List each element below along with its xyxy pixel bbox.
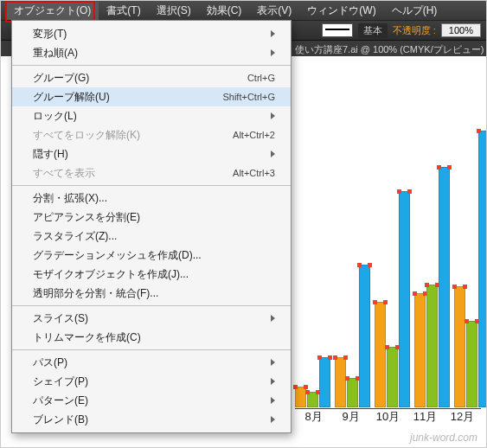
document-tab[interactable]: 使い方講座7.ai @ 100% (CMYK/プレビュー) bbox=[295, 43, 484, 56]
bar[interactable] bbox=[319, 357, 330, 407]
menu-view[interactable]: 表示(V) bbox=[249, 2, 299, 20]
chart[interactable] bbox=[295, 117, 481, 407]
axis-label: 8月 bbox=[295, 409, 332, 428]
axis-label: 10月 bbox=[369, 409, 407, 428]
bar[interactable] bbox=[454, 286, 465, 407]
mi-lock[interactable]: ロック(L) bbox=[12, 106, 291, 125]
axis-label: 11月 bbox=[407, 409, 444, 428]
bar[interactable] bbox=[335, 357, 346, 407]
app-window: オブジェクト(O) 書式(T) 選択(S) 効果(C) 表示(V) ウィンドウ(… bbox=[0, 0, 487, 448]
mi-shape[interactable]: シェイプ(P) bbox=[12, 372, 291, 391]
bar[interactable] bbox=[307, 392, 318, 407]
menu-object[interactable]: オブジェクト(O) bbox=[6, 2, 99, 20]
watermark: junk-word.com bbox=[410, 432, 477, 444]
bar[interactable] bbox=[375, 302, 386, 407]
mi-unlock-all: すべてをロック解除(K)Alt+Ctrl+2 bbox=[12, 125, 291, 144]
stroke-preview[interactable] bbox=[322, 23, 353, 37]
menu-help[interactable]: ヘルプ(H) bbox=[384, 2, 445, 20]
bar[interactable] bbox=[478, 131, 487, 407]
mi-transform[interactable]: 変形(T) bbox=[12, 24, 291, 43]
mi-trim-marks[interactable]: トリムマークを作成(C) bbox=[12, 328, 291, 347]
bar[interactable] bbox=[347, 378, 358, 407]
axis-label: 9月 bbox=[332, 409, 369, 428]
opacity-label: 不透明度 : bbox=[393, 24, 436, 37]
opacity-value[interactable]: 100% bbox=[441, 23, 481, 37]
object-menu: 変形(T) 重ね順(A) グループ(G)Ctrl+G グループ解除(U)Shif… bbox=[11, 20, 292, 433]
bar[interactable] bbox=[466, 321, 477, 407]
mi-arrange[interactable]: 重ね順(A) bbox=[12, 43, 291, 62]
bar[interactable] bbox=[414, 293, 426, 407]
mi-mosaic[interactable]: モザイクオブジェクトを作成(J)... bbox=[12, 265, 291, 284]
mi-gradient-mesh[interactable]: グラデーションメッシュを作成(D)... bbox=[12, 246, 291, 265]
bar[interactable] bbox=[439, 167, 450, 407]
mi-slice[interactable]: スライス(S) bbox=[12, 309, 291, 328]
chart-bars bbox=[295, 117, 481, 407]
bar[interactable] bbox=[399, 191, 410, 407]
mi-rasterize[interactable]: ラスタライズ(Z)... bbox=[12, 227, 291, 246]
axis-label: 12月 bbox=[444, 409, 481, 428]
mi-flatten[interactable]: 透明部分を分割・統合(F)... bbox=[12, 284, 291, 303]
menu-select[interactable]: 選択(S) bbox=[149, 2, 199, 20]
mi-pattern[interactable]: パターン(E) bbox=[12, 391, 291, 410]
mi-show-all: すべてを表示Alt+Ctrl+3 bbox=[12, 163, 291, 182]
bar[interactable] bbox=[387, 347, 398, 407]
menu-window[interactable]: ウィンドウ(W) bbox=[299, 2, 383, 20]
mi-group[interactable]: グループ(G)Ctrl+G bbox=[12, 68, 291, 87]
mi-expand-appearance[interactable]: アピアランスを分割(E) bbox=[12, 208, 291, 227]
bar[interactable] bbox=[359, 265, 370, 407]
mi-blend[interactable]: ブレンド(B) bbox=[12, 410, 291, 429]
chart-axis-labels: 8月 9月 10月 11月 12月 bbox=[295, 409, 481, 428]
mi-expand[interactable]: 分割・拡張(X)... bbox=[12, 189, 291, 208]
mi-hide[interactable]: 隠す(H) bbox=[12, 144, 291, 163]
mi-ungroup[interactable]: グループ解除(U)Shift+Ctrl+G bbox=[12, 87, 291, 106]
mi-path[interactable]: パス(P) bbox=[12, 353, 291, 372]
menu-bar: オブジェクト(O) 書式(T) 選択(S) 効果(C) 表示(V) ウィンドウ(… bbox=[1, 1, 486, 21]
style-preset[interactable]: 基本 bbox=[358, 23, 388, 38]
bar[interactable] bbox=[426, 285, 438, 407]
menu-type[interactable]: 書式(T) bbox=[99, 2, 148, 20]
menu-effect[interactable]: 効果(C) bbox=[199, 2, 250, 20]
